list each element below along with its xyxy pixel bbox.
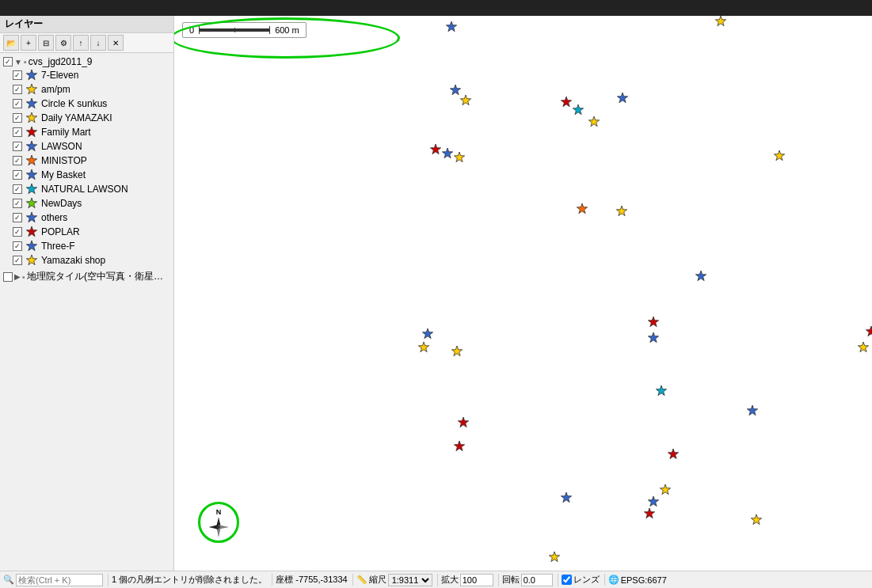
- scale-bar: 0 600 m: [182, 22, 307, 38]
- coordinates: 座標 -7755,-31334: [276, 574, 348, 586]
- layer-item-circlek[interactable]: Circle K sunkus: [0, 97, 173, 111]
- map-star-18: [866, 326, 872, 339]
- sublayer-list: 7-Eleven am/pm Circle K sunkus Daily YAM…: [0, 68, 173, 267]
- map-star-6: [573, 104, 584, 117]
- move-down-button[interactable]: ↓: [90, 35, 106, 51]
- layer-item-ministop[interactable]: MINISTOP: [0, 154, 173, 168]
- layer-item-7eleven[interactable]: 7-Eleven: [0, 68, 173, 82]
- checkbox-threef[interactable]: [13, 241, 22, 251]
- expand-arrow2: ▶: [14, 272, 21, 281]
- layer-item-threef[interactable]: Three-F: [0, 239, 173, 253]
- checkbox-mybasket[interactable]: [13, 170, 22, 180]
- map[interactable]: 0 600 m N: [174, 16, 872, 571]
- scale-label: 縮尺: [369, 574, 386, 586]
- checkbox-naturallawson[interactable]: [13, 184, 22, 194]
- icon-yamazakishop: [25, 254, 38, 267]
- checkbox-circlek[interactable]: [13, 99, 22, 108]
- icon-7eleven: [25, 69, 38, 82]
- magnify-section: 拡大: [441, 574, 499, 586]
- layer-item-ampm[interactable]: am/pm: [0, 82, 173, 97]
- checkbox-ampm[interactable]: [13, 85, 22, 94]
- map-star-21: [451, 346, 463, 358]
- icon-newdays: [25, 197, 38, 210]
- remove-button[interactable]: ✕: [108, 35, 124, 51]
- label-lawson: LAWSON: [41, 141, 82, 152]
- layer-group-chiririin: ▶ ▪ 地理院タイル(空中写真・衛星画…: [0, 268, 173, 285]
- checkbox-yamazakishop[interactable]: [13, 256, 22, 265]
- map-star-17: [648, 332, 659, 345]
- layer-item-familymart[interactable]: Family Mart: [0, 125, 173, 139]
- checkbox-poplar[interactable]: [13, 227, 22, 237]
- icon-threef: [25, 240, 38, 252]
- label-threef: Three-F: [41, 241, 75, 252]
- sidebar-toolbar: 📂 + ⊟ ⚙ ↑ ↓ ✕: [0, 33, 173, 53]
- scale-start: 0: [189, 25, 194, 35]
- checkbox-newdays[interactable]: [13, 199, 22, 208]
- checkbox-lawson[interactable]: [13, 142, 22, 151]
- layer-item-dailyyamazaki[interactable]: Daily YAMAZAKI: [0, 111, 173, 125]
- checkbox-ministop[interactable]: [13, 156, 22, 165]
- map-star-13: [577, 203, 588, 216]
- scale-select[interactable]: 1:9311: [388, 574, 432, 586]
- group-checkbox-chiririin[interactable]: [3, 272, 13, 282]
- crs-icon: 🌐: [608, 575, 619, 585]
- icon-dailyyamazaki: [25, 112, 38, 124]
- icon-naturallawson: [25, 183, 38, 195]
- open-button[interactable]: 📂: [3, 35, 19, 51]
- layer-group-cvs: ▼ ▪ cvs_jgd2011_9 7-Eleven am/pm Circle …: [0, 55, 173, 268]
- rotation-input[interactable]: [521, 574, 553, 586]
- group-icon: ▪: [24, 57, 27, 66]
- group-icon2: ▪: [22, 272, 25, 282]
- map-star-3: [450, 85, 461, 97]
- checkbox-7eleven[interactable]: [13, 70, 22, 80]
- layer-item-poplar[interactable]: POPLAR: [0, 225, 173, 239]
- map-star-0: [446, 21, 457, 34]
- checkbox-others[interactable]: [13, 213, 22, 222]
- layer-group-header-chiririin[interactable]: ▶ ▪ 地理院タイル(空中写真・衛星画…: [0, 269, 173, 284]
- search-input[interactable]: [16, 574, 103, 586]
- label-dailyyamazaki: Daily YAMAZAKI: [41, 112, 112, 123]
- lens-label: レンズ: [573, 574, 600, 586]
- checkbox-dailyyamazaki[interactable]: [13, 113, 22, 123]
- layer-item-mybasket[interactable]: My Basket: [0, 168, 173, 182]
- label-naturallawson: NATURAL LAWSON: [41, 184, 128, 195]
- layer-item-yamazakishop[interactable]: Yamazaki shop: [0, 253, 173, 267]
- scale-icon: 📏: [356, 575, 367, 585]
- layer-item-others[interactable]: others: [0, 211, 173, 225]
- map-star-5: [561, 97, 572, 109]
- north-n-label: N: [216, 508, 222, 516]
- crs-label: EPSG:6677: [621, 575, 667, 585]
- north-arrow: N: [198, 502, 239, 543]
- map-star-25: [747, 405, 758, 418]
- magnify-input[interactable]: [460, 574, 493, 586]
- icon-lawson: [25, 140, 38, 153]
- move-up-button[interactable]: ↑: [73, 35, 89, 51]
- map-star-15: [695, 271, 706, 283]
- icon-mybasket: [25, 169, 38, 181]
- group-checkbox-cvs[interactable]: [3, 57, 13, 66]
- map-star-12: [774, 150, 785, 163]
- icon-others: [25, 211, 38, 224]
- search-section[interactable]: 🔍: [3, 574, 109, 586]
- svg-point-6: [217, 525, 220, 529]
- checkbox-familymart[interactable]: [13, 127, 22, 137]
- magnify-label: 拡大: [441, 574, 459, 586]
- layer-item-lawson[interactable]: LAWSON: [0, 139, 173, 154]
- map-star-26: [458, 417, 469, 430]
- map-star-42: [660, 484, 671, 497]
- icon-circlek: [25, 97, 38, 110]
- layer-item-naturallawson[interactable]: NATURAL LAWSON: [0, 182, 173, 196]
- icon-ampm: [25, 83, 38, 96]
- layer-list: ▼ ▪ cvs_jgd2011_9 7-Eleven am/pm Circle …: [0, 53, 173, 571]
- lens-checkbox[interactable]: [562, 575, 572, 585]
- add-button[interactable]: +: [21, 35, 36, 51]
- settings-button[interactable]: ⚙: [55, 35, 71, 51]
- label-newdays: NewDays: [41, 198, 82, 209]
- label-circlek: Circle K sunkus: [41, 98, 107, 109]
- layer-item-newdays[interactable]: NewDays: [0, 196, 173, 211]
- map-star-45: [549, 552, 560, 564]
- layer-group-header-cvs[interactable]: ▼ ▪ cvs_jgd2011_9: [0, 55, 173, 68]
- filter-button[interactable]: ⊟: [38, 35, 54, 51]
- expand-arrow: ▼: [14, 58, 22, 66]
- status-message: 1 個の凡例エントリが削除されました。: [112, 574, 267, 586]
